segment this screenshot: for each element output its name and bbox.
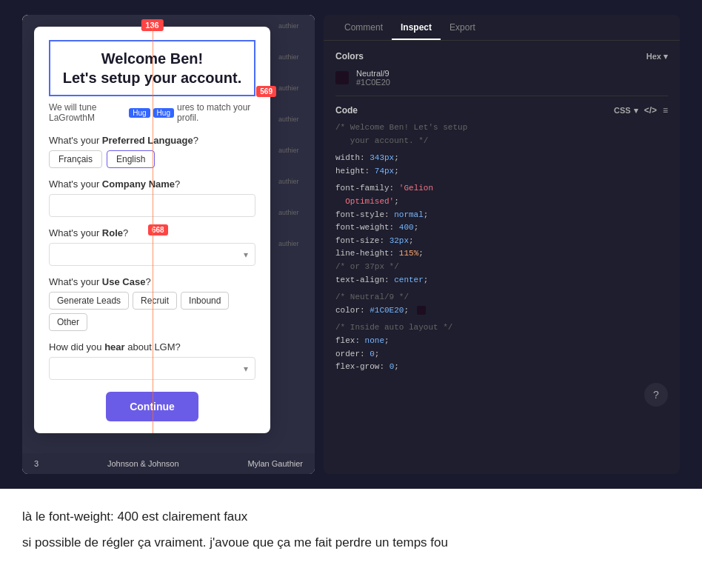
sidebar-name: authier [278,147,310,154]
bottom-num: 3 [34,459,39,468]
hex-dropdown[interactable]: Hex ▾ [646,52,668,61]
sidebar-name: authier [278,209,310,216]
badge-569: 569 [256,86,276,97]
bottom-person: Mylan Gauthier [247,459,303,468]
comment-line-2: si possible de régler ça vraiment. j'avo… [22,532,680,552]
color-name: Neutral/9 [356,69,390,78]
use-case-inbound[interactable]: Inbound [181,292,229,310]
badge-668: 668 [148,224,168,235]
screenshot-area: authier authier authier authier authier … [0,0,702,489]
color-hex: #1C0E20 [356,78,390,87]
comment-area: là le font-weight: 400 est clairement fa… [0,489,702,576]
code-block: /* Welcome Ben! Let's setup your account… [335,121,668,374]
sidebar-name: authier [278,84,310,92]
sidebar-name: authier [278,178,310,185]
bottom-company: Johnson & Johnson [107,459,179,468]
comment-line-1: là le font-weight: 400 est clairement fa… [22,507,680,527]
lang-english-btn[interactable]: English [107,150,155,168]
sidebar-name: authier [278,240,310,247]
code-header: Code CSS ▾ </> ≡ [335,105,668,116]
inspector-tabs: Comment Inspect Export [324,15,680,41]
subtitle-text: We will tune LaGrowthM [49,102,126,123]
vertical-line [153,27,153,433]
color-swatch [335,71,349,84]
help-button[interactable]: ? [644,383,668,407]
css-chevron-icon: ▾ [634,106,638,116]
lang-francais-btn[interactable]: Français [49,150,102,168]
use-case-generate-leads[interactable]: Generate Leads [49,292,129,310]
code-angle-icon[interactable]: </> [644,105,657,116]
sidebar-name: authier [278,22,310,30]
right-panel: Comment Inspect Export Colors Hex ▾ [324,15,680,474]
code-actions: CSS ▾ </> ≡ [614,105,668,116]
tab-export[interactable]: Export [441,15,484,40]
section-divider [335,96,668,96]
screenshot-inner: authier authier authier authier authier … [22,15,680,474]
sidebar-name: authier [278,53,310,61]
colors-label: Colors [335,51,364,61]
css-dropdown[interactable]: CSS ▾ [614,106,638,116]
tab-comment[interactable]: Comment [335,15,392,40]
inspector-body: Colors Hex ▾ Neutral/9 #1C0E20 [324,41,680,474]
hug-badge-2: Hug [153,108,174,118]
left-panel: authier authier authier authier authier … [22,15,315,474]
color-info: Neutral/9 #1C0E20 [356,69,390,87]
color-row: Neutral/9 #1C0E20 [335,69,668,87]
tab-inspect[interactable]: Inspect [392,15,441,40]
code-label: Code [335,105,358,116]
subtitle-end: ures to match your profil. [177,102,255,123]
use-case-other[interactable]: Other [49,313,87,331]
sidebar-name: authier [278,116,310,123]
bottom-bar: 3 Johnson & Johnson Mylan Gauthier [22,453,315,474]
use-case-recruit[interactable]: Recruit [133,292,177,310]
hex-chevron-icon: ▾ [663,52,668,61]
colors-section-title: Colors Hex ▾ [335,51,668,61]
code-list-icon[interactable]: ≡ [663,105,668,116]
hug-badge-1: Hug [129,108,150,118]
